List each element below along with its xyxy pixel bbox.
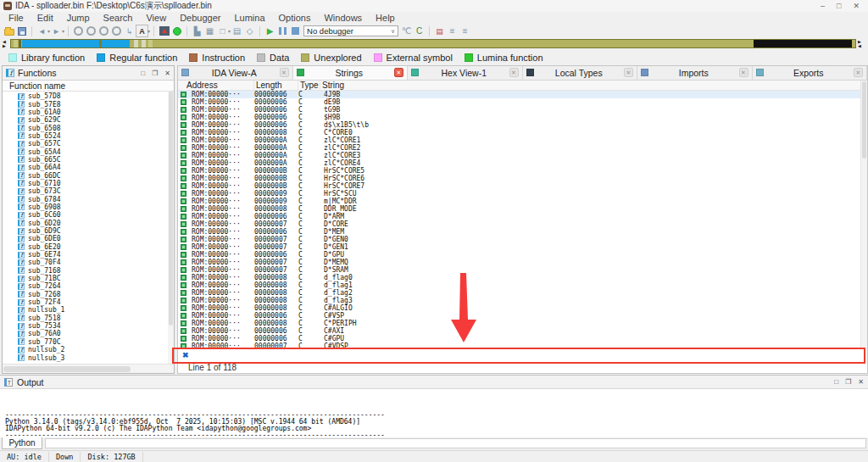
column-header-type[interactable]: Type xyxy=(298,81,320,90)
function-list-item[interactable]: f sub_6E74 xyxy=(3,251,174,259)
function-list-item[interactable]: f sub_7264 xyxy=(3,282,174,290)
string-row[interactable]: ROM:00000··· 00000008 C C#ALGIO xyxy=(178,304,867,312)
navigate-back-button[interactable]: ◄ xyxy=(36,25,48,37)
output-maximize-button[interactable]: □ xyxy=(834,378,838,386)
python-command-input[interactable] xyxy=(45,438,866,448)
column-header-string[interactable]: String xyxy=(320,81,867,90)
tab-close-icon[interactable]: ✕ xyxy=(854,68,863,77)
debugger-toolbar-button-1[interactable]: ▙ xyxy=(191,25,203,37)
function-list-item[interactable]: f sub_6508 xyxy=(3,124,174,131)
navband-left-arrows[interactable]: ◀▶ xyxy=(0,38,10,49)
function-list-item[interactable]: f sub_76A0 xyxy=(3,330,174,337)
menu-item[interactable]: View xyxy=(139,13,173,23)
debugger-select[interactable]: No debugger ∨ xyxy=(303,25,398,36)
string-row[interactable]: ROM:00000··· 00000006 C D*GPU xyxy=(178,251,867,259)
function-list-item[interactable]: f sub_673C xyxy=(3,187,174,195)
functions-vertical-scrollbar[interactable] xyxy=(168,92,174,364)
function-list-item[interactable]: f sub_7168 xyxy=(3,267,174,275)
string-row[interactable]: ROM:00000··· 00000008 C d_flag0 xyxy=(178,274,867,281)
debugger-toolbar-button-2[interactable]: ▦ xyxy=(203,25,216,37)
lumina-button[interactable] xyxy=(170,25,183,37)
function-list-item[interactable]: f sub_6D20 xyxy=(3,220,174,227)
jump-button[interactable]: ↳ xyxy=(123,25,136,37)
step-over-button[interactable]: C xyxy=(413,25,426,37)
function-list-item[interactable]: f sub_6C60 xyxy=(3,211,174,219)
string-row[interactable]: ROM:00000··· 00000006 C C#AXI xyxy=(178,327,867,335)
function-list-item[interactable]: f sub_6908 xyxy=(3,203,174,211)
string-row[interactable]: ROM:00000··· 00000006 C tG9B xyxy=(178,106,867,114)
menu-item[interactable]: Edit xyxy=(31,13,60,23)
start-process-button[interactable]: ▶ xyxy=(264,25,276,37)
string-row[interactable]: ROM:00000··· 00000008 C d_flag3 xyxy=(178,297,867,304)
indent-button-2[interactable]: ≡ xyxy=(459,25,471,37)
string-row[interactable]: ROM:00000··· 0000000B C HrSC*CORE6 xyxy=(178,175,867,182)
filter-row[interactable]: ✖ xyxy=(178,348,867,362)
menu-item[interactable]: Search xyxy=(97,13,140,23)
navband-right-arrows[interactable]: ▶◀ xyxy=(858,38,868,49)
view-tab[interactable]: Local Types ✕ xyxy=(523,66,638,80)
menu-item[interactable]: Options xyxy=(272,13,318,23)
function-list-item[interactable]: f sub_66DC xyxy=(3,171,174,179)
debugger-toolbar-button-3[interactable]: □ xyxy=(216,25,229,37)
run-until-return-button[interactable]: ℃ xyxy=(400,25,413,37)
function-list-item[interactable]: f sub_72F4 xyxy=(3,298,174,306)
string-row[interactable]: ROM:00000··· 0000000A C zlC*CORE2 xyxy=(178,144,867,152)
string-row[interactable]: ROM:00000··· 00000006 C D*ARM xyxy=(178,213,867,220)
round-toolbar-button-1[interactable] xyxy=(72,25,85,37)
function-list-item[interactable]: f nullsub_2 xyxy=(3,346,174,353)
string-row[interactable]: ROM:00000··· 00000007 C D*SRAM xyxy=(178,266,867,274)
function-list-item[interactable]: f sub_7534 xyxy=(3,322,174,330)
function-list-item[interactable]: f sub_6524 xyxy=(3,132,174,140)
function-list-item[interactable]: f sub_7518 xyxy=(3,314,174,322)
pause-process-button[interactable] xyxy=(276,25,289,37)
function-list-item[interactable]: f sub_7268 xyxy=(3,291,174,298)
strings-vertical-scrollbar[interactable] xyxy=(860,81,867,348)
tab-close-icon[interactable]: ✕ xyxy=(509,68,519,77)
open-file-button[interactable] xyxy=(3,25,15,37)
panel-restore-button[interactable]: ❐ xyxy=(152,70,158,77)
round-toolbar-button-2[interactable] xyxy=(85,25,97,37)
panel-close-button[interactable]: ✕ xyxy=(164,70,170,77)
function-list-item[interactable]: f sub_65A4 xyxy=(3,148,174,155)
string-row[interactable]: ROM:00000··· 00000006 C $H9B xyxy=(178,114,867,121)
navband-toggle-button[interactable] xyxy=(158,25,170,37)
menu-item[interactable]: File xyxy=(2,13,31,23)
panel-maximize-button[interactable]: □ xyxy=(141,70,145,77)
menu-item[interactable]: Windows xyxy=(317,13,369,23)
string-row[interactable]: ROM:00000··· 0000000B C HrSC*CORE5 xyxy=(178,167,867,175)
string-row[interactable]: ROM:00000··· 00000009 C HrSC*SCU xyxy=(178,190,867,198)
navband-track[interactable] xyxy=(10,39,856,48)
view-tab[interactable]: Strings ✕ xyxy=(293,66,409,80)
python-tab[interactable]: Python xyxy=(2,437,42,449)
string-row[interactable]: ROM:00000··· 00000007 C D*GEN1 xyxy=(178,243,867,251)
round-toolbar-button-4[interactable] xyxy=(110,25,123,37)
maximize-button[interactable]: □ xyxy=(837,2,841,10)
output-window-button[interactable]: ▤ xyxy=(433,25,446,37)
round-toolbar-button-3[interactable] xyxy=(97,25,110,37)
string-row[interactable]: ROM:00000··· 00000008 C C*CORE0 xyxy=(178,129,867,136)
function-list-item[interactable]: f sub_665C xyxy=(3,156,174,164)
string-row[interactable]: ROM:00000··· 00000009 C m|MC*DDR xyxy=(178,198,867,205)
function-list-item[interactable]: f sub_657C xyxy=(3,140,174,148)
debugger-toolbar-button-4[interactable]: ▤ xyxy=(231,25,243,37)
string-row[interactable]: ROM:00000··· 00000006 C dE9B xyxy=(178,98,867,106)
string-row[interactable]: ROM:00000··· 00000008 C C*PERIPH xyxy=(178,320,867,327)
string-row[interactable]: ROM:00000··· 00000006 C 4J9B xyxy=(178,91,867,98)
indent-button-1[interactable]: ≡ xyxy=(446,25,459,37)
function-list-item[interactable]: f nullsub_1 xyxy=(3,306,174,314)
string-row[interactable]: ROM:00000··· 00000006 C D*MEM xyxy=(178,228,867,236)
clear-filter-icon[interactable]: ✖ xyxy=(182,351,189,359)
string-row[interactable]: ROM:00000··· 00000008 C DDR_MODE xyxy=(178,205,867,213)
output-restore-button[interactable]: ❐ xyxy=(845,378,851,386)
text-style-dropdown-icon[interactable]: ▾ xyxy=(147,28,150,34)
function-list-item[interactable]: f sub_6DE0 xyxy=(3,235,174,242)
tab-close-icon[interactable]: ✕ xyxy=(394,68,403,77)
function-list-item[interactable]: f sub_71BC xyxy=(3,275,174,282)
string-row[interactable]: ROM:00000··· 00000007 C D*GEN0 xyxy=(178,236,867,243)
debugger-toolbar-button-5[interactable]: ◇ xyxy=(243,25,256,37)
view-tab[interactable]: IDA View-A ✕ xyxy=(178,66,293,80)
function-list-item[interactable]: f sub_6E20 xyxy=(3,243,174,251)
view-tab[interactable]: Exports ✕ xyxy=(753,66,868,80)
tab-close-icon[interactable]: ✕ xyxy=(624,68,633,77)
string-row[interactable]: ROM:00000··· 00000008 C d_flag1 xyxy=(178,281,867,289)
